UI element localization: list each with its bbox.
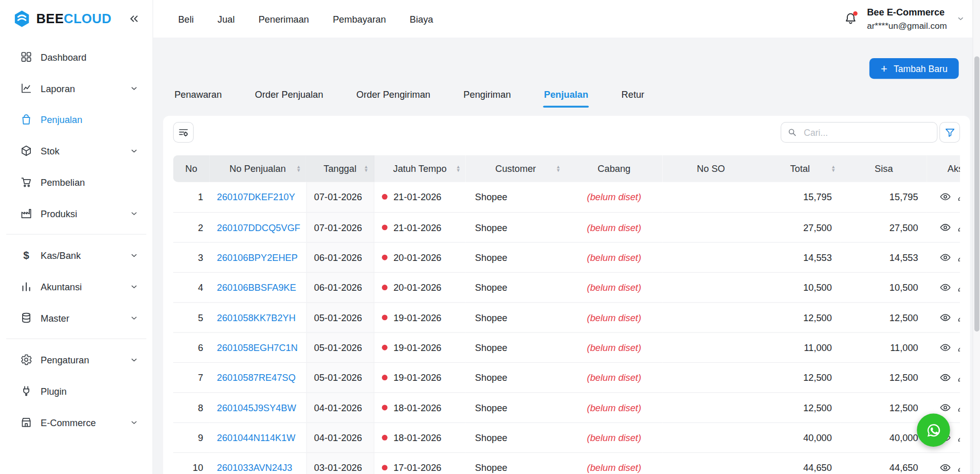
- sidebar-item-ecommerce[interactable]: E-Commerce: [0, 407, 153, 438]
- cell-tanggal: 05-01-2026: [306, 302, 374, 332]
- topnav-link-jual[interactable]: Jual: [217, 13, 234, 24]
- edit-pencil-icon[interactable]: [956, 190, 960, 204]
- account-name: Bee E-Commerce: [867, 6, 947, 19]
- tab-penawaran[interactable]: Penawaran: [174, 86, 222, 108]
- table-scroll-area: No No Penjualan▲▼ Tanggal▲▼ Jatuh Tempo▲…: [173, 155, 960, 474]
- cell-no-penjualan-link[interactable]: 2601058KK7B2YH: [209, 302, 306, 332]
- chevron-down-icon: [130, 282, 139, 291]
- notification-bell-icon[interactable]: [844, 12, 858, 26]
- column-header-customer[interactable]: Customer▲▼: [466, 155, 566, 182]
- topnav-link-pembayaran[interactable]: Pembayaran: [333, 13, 386, 24]
- edit-pencil-icon[interactable]: [956, 341, 960, 354]
- view-eye-icon[interactable]: [938, 280, 953, 294]
- table-settings-button[interactable]: [173, 122, 194, 143]
- cell-no-penjualan-link[interactable]: 2601033AVN24J3: [209, 452, 306, 474]
- sidebar-item-stok[interactable]: Stok: [0, 135, 153, 167]
- cell-customer: Shopee: [466, 452, 566, 474]
- cell-total: 12,500: [759, 362, 841, 392]
- cell-no: 8: [173, 392, 210, 422]
- sidebar-item-pengaturan[interactable]: Pengaturan: [0, 344, 153, 376]
- sidebar-item-laporan[interactable]: Laporan: [0, 73, 153, 104]
- cell-customer: Shopee: [466, 242, 566, 272]
- cell-tanggal: 04-01-2026: [306, 392, 374, 422]
- cell-no-penjualan-link[interactable]: 26010587RE47SQ: [209, 362, 306, 392]
- cell-total: 14,553: [759, 242, 841, 272]
- add-new-button[interactable]: + Tambah Baru: [869, 58, 959, 79]
- edit-pencil-icon[interactable]: [956, 461, 960, 474]
- page-scrollbar-thumb[interactable]: [974, 56, 979, 331]
- search-input[interactable]: [803, 127, 931, 138]
- column-header-jatuh-tempo[interactable]: Jatuh Tempo▲▼: [374, 155, 466, 182]
- sidebar-item-dashboard[interactable]: Dashboard: [0, 41, 153, 73]
- cell-sisa: 40,000: [841, 423, 927, 452]
- tab-order-pengiriman[interactable]: Order Pengiriman: [356, 86, 430, 108]
- cell-no-so: [662, 452, 759, 474]
- cell-no-penjualan-link[interactable]: 260107DKEF210Y: [209, 182, 306, 212]
- view-eye-icon[interactable]: [938, 340, 953, 355]
- tab-retur[interactable]: Retur: [622, 86, 645, 108]
- edit-pencil-icon[interactable]: [956, 280, 960, 294]
- overdue-dot: [382, 314, 387, 320]
- cell-no-penjualan-link[interactable]: 260107DDCQ5VGF: [209, 212, 306, 242]
- overdue-dot: [382, 194, 387, 200]
- main-area: Beli Jual Penerimaan Pembayaran Biaya Be…: [153, 0, 980, 474]
- chevron-down-icon: [130, 313, 139, 322]
- view-eye-icon[interactable]: [938, 400, 953, 414]
- view-eye-icon[interactable]: [938, 310, 953, 324]
- view-eye-icon[interactable]: [938, 370, 953, 384]
- column-header-tanggal[interactable]: Tanggal▲▼: [306, 155, 374, 182]
- plus-icon: +: [881, 63, 887, 74]
- sidebar-item-pembelian[interactable]: Pembelian: [0, 166, 153, 198]
- view-eye-icon[interactable]: [938, 460, 953, 474]
- filter-button[interactable]: [939, 122, 960, 143]
- edit-pencil-icon[interactable]: [956, 401, 960, 414]
- view-eye-icon[interactable]: [938, 250, 953, 265]
- sidebar-item-plugin[interactable]: Plugin: [0, 375, 153, 407]
- purchases-icon: [20, 176, 32, 188]
- topnav-right: Bee E-Commerce ar****un@gmail.com: [844, 6, 965, 32]
- sidebar-item-akuntansi[interactable]: Akuntansi: [0, 271, 153, 302]
- cell-no: 1: [173, 182, 210, 212]
- view-eye-icon[interactable]: [938, 220, 953, 234]
- cell-jatuh-tempo: 19-01-2026: [374, 332, 466, 362]
- tab-pengiriman[interactable]: Pengiriman: [463, 86, 511, 108]
- topnav-link-biaya[interactable]: Biaya: [410, 13, 433, 24]
- tab-penjualan[interactable]: Penjualan: [544, 86, 588, 108]
- account-menu[interactable]: Bee E-Commerce ar****un@gmail.com: [867, 6, 947, 32]
- topnav-link-penerimaan[interactable]: Penerimaan: [259, 13, 309, 24]
- cell-no-penjualan-link[interactable]: 2601044N114K1W: [209, 423, 306, 452]
- sidebar-item-produksi[interactable]: Produksi: [0, 198, 153, 229]
- topnav-link-beli[interactable]: Beli: [178, 13, 193, 24]
- table-row: 3 260106BPY2EHEP 06-01-2026 20-01-2026 S…: [173, 242, 960, 272]
- cell-customer: Shopee: [466, 332, 566, 362]
- logo-text-bee: BEE: [37, 11, 64, 26]
- cell-aksi: [927, 182, 960, 212]
- edit-pencil-icon[interactable]: [956, 311, 960, 324]
- logo-text-cloud: CLOUD: [64, 11, 112, 26]
- table-row: 5 2601058KK7B2YH 05-01-2026 19-01-2026 S…: [173, 302, 960, 332]
- sidebar-item-penjualan[interactable]: Penjualan: [0, 104, 153, 135]
- column-header-total[interactable]: Total▲▼: [759, 155, 841, 182]
- cell-no-penjualan-link[interactable]: 260106BPY2EHEP: [209, 242, 306, 272]
- view-eye-icon[interactable]: [938, 190, 953, 204]
- chevron-down-icon: [130, 83, 139, 93]
- whatsapp-fab[interactable]: [917, 413, 950, 446]
- sidebar-item-kas-bank[interactable]: $ Kas/Bank: [0, 240, 153, 271]
- sidebar-collapse-icon[interactable]: [128, 12, 140, 25]
- sidebar-item-master[interactable]: Master: [0, 302, 153, 333]
- column-header-no-penjualan[interactable]: No Penjualan▲▼: [209, 155, 306, 182]
- cell-aksi: [927, 272, 960, 302]
- cell-no-penjualan-link[interactable]: 2601045J9SY4BW: [209, 392, 306, 422]
- edit-pencil-icon[interactable]: [956, 431, 960, 444]
- sidebar-item-label: E-Commerce: [41, 417, 96, 428]
- edit-pencil-icon[interactable]: [956, 251, 960, 264]
- tab-order-penjualan[interactable]: Order Penjualan: [255, 86, 323, 108]
- edit-pencil-icon[interactable]: [956, 371, 960, 384]
- edit-pencil-icon[interactable]: [956, 220, 960, 234]
- cell-no-penjualan-link[interactable]: 2601058EGH7C1N: [209, 332, 306, 362]
- cell-no: 5: [173, 302, 210, 332]
- cell-tanggal: 07-01-2026: [306, 212, 374, 242]
- cell-no-penjualan-link[interactable]: 260106BBSFA9KE: [209, 272, 306, 302]
- account-chevron-down-icon[interactable]: [956, 14, 965, 23]
- cell-sisa: 15,795: [841, 182, 927, 212]
